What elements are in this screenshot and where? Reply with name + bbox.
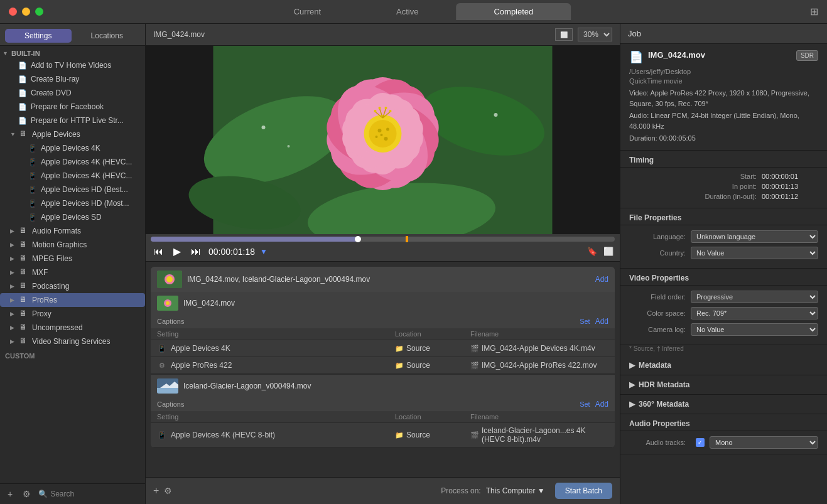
country-select[interactable]: No Value xyxy=(691,247,818,259)
sidebar-item-uncompressed[interactable]: ▶ 🖥 Uncompressed xyxy=(0,321,145,335)
search-field[interactable]: 🔍 Search xyxy=(38,490,140,498)
sidebar-tab-locations[interactable]: Locations xyxy=(74,29,141,43)
sidebar-item-video-sharing[interactable]: ▶ 🖥 Video Sharing Services xyxy=(0,335,145,348)
right-panel-title: Job xyxy=(628,29,641,38)
zoom-select[interactable]: 30% xyxy=(578,28,612,41)
timing-start-row: Start: 00:00:00:01 xyxy=(629,173,818,180)
add-preset-button[interactable]: + xyxy=(5,488,15,500)
file-icon: 📄 xyxy=(18,88,28,98)
camera-log-select[interactable]: No Value xyxy=(691,323,818,336)
sidebar-item-add-to-tv[interactable]: 📄 Add to TV Home Videos xyxy=(0,58,145,72)
file-info-section: 📄 IMG_0424.mov SDR /Users/jeffy/Desktop … xyxy=(620,44,827,151)
sidebar-item-apple-devices[interactable]: ▼ 🖥 Apple Devices xyxy=(0,127,145,141)
tab-current[interactable]: Current xyxy=(256,3,359,20)
sidebar-item-prores[interactable]: ▶ 🖥 ProRes xyxy=(0,293,145,307)
captions-set-button[interactable]: Set xyxy=(580,318,590,325)
add-job-icon[interactable]: + xyxy=(153,485,159,496)
group-icon: 🖥 xyxy=(19,129,29,139)
folder-icon: 📁 xyxy=(395,345,404,353)
sidebar-item-apple-hd-best[interactable]: 📱 Apple Devices HD (Best... xyxy=(0,183,145,196)
sidebar-item-facebook[interactable]: 📄 Prepare for Facebook xyxy=(0,100,145,114)
tab-active[interactable]: Active xyxy=(359,3,456,20)
device-icon: 📱 xyxy=(28,157,38,167)
col-headers-2: Setting Location Filename xyxy=(151,411,615,423)
hdr-metadata-header: ▶ HDR Metadata xyxy=(629,380,818,389)
fast-forward-button[interactable]: ⏭ xyxy=(188,245,203,259)
tab-completed[interactable]: Completed xyxy=(456,3,571,20)
group-icon: 🖥 xyxy=(19,226,29,236)
color-space-select[interactable]: Rec. 709* xyxy=(691,307,818,319)
sidebar-item-apple-4k[interactable]: 📱 Apple Devices 4K xyxy=(0,141,145,155)
sidebar-item-motion-graphics[interactable]: ▶ 🖥 Motion Graphics xyxy=(0,238,145,252)
file-props-section: Language: Unknown language Country: No V… xyxy=(620,225,827,269)
center-content: IMG_0424.mov ⬜ 30% xyxy=(146,24,620,504)
aspect-ratio-button[interactable]: ⬜ xyxy=(555,28,573,41)
rewind-button[interactable]: ⏮ xyxy=(151,245,166,259)
sidebar-item-bluray[interactable]: 📄 Create Blu-ray xyxy=(0,72,145,86)
timecode-dropdown-icon[interactable]: ▼ xyxy=(260,247,268,256)
settings-gear-button[interactable]: ⚙ xyxy=(20,488,33,500)
job-group-name: IMG_0424.mov, Iceland-Glacier-Lagoon_v00… xyxy=(187,275,590,284)
audio-tracks-checkbox[interactable]: ✓ xyxy=(696,438,705,447)
builtin-section-header[interactable]: ▼ BUILT-IN xyxy=(0,48,145,58)
timecode-display: 00:00:01:18 xyxy=(208,247,255,257)
sidebar-item-http-live[interactable]: 📄 Prepare for HTTP Live Str... xyxy=(0,114,145,127)
chevron-down-icon: ▼ xyxy=(3,50,11,56)
svg-point-37 xyxy=(389,110,392,112)
start-batch-button[interactable]: Start Batch xyxy=(555,483,612,499)
hdr-metadata-section[interactable]: ▶ HDR Metadata xyxy=(620,375,827,395)
timing-start-label: Start: xyxy=(740,173,757,180)
sidebar-item-podcasting[interactable]: ▶ 🖥 Podcasting xyxy=(0,279,145,293)
job-group-header[interactable]: IMG_0424.mov, Iceland-Glacier-Lagoon_v00… xyxy=(151,267,615,292)
file-doc-icon: 📄 xyxy=(629,50,643,64)
output-row-1b[interactable]: ⚙ Apple ProRes 422 📁 Source 🎬 IMG_0424-A… xyxy=(151,357,615,374)
output-row-1a[interactable]: 📱 Apple Devices 4K 📁 Source 🎬 IMG_0424-A… xyxy=(151,340,615,357)
360-metadata-section[interactable]: ▶ 360° Metadata xyxy=(620,395,827,414)
360-metadata-label: 360° Metadata xyxy=(639,400,689,409)
sidebar-item-label: Podcasting xyxy=(32,282,69,291)
sidebar: Settings Locations ▼ BUILT-IN 📄 Add to T… xyxy=(0,24,146,504)
scrubber-thumb[interactable] xyxy=(355,236,361,242)
minimize-button[interactable] xyxy=(22,8,30,16)
job-group-add-button[interactable]: Add xyxy=(595,275,608,284)
display-settings-button[interactable]: ⬜ xyxy=(602,245,615,257)
sidebar-item-apple-4k-hevc2[interactable]: 📱 Apple Devices 4K (HEVC... xyxy=(0,169,145,183)
sidebar-item-apple-sd[interactable]: 📱 Apple Devices SD xyxy=(0,210,145,224)
sidebar-item-mxf[interactable]: ▶ 🖥 MXF xyxy=(0,265,145,279)
svg-point-5 xyxy=(262,126,266,129)
settings-button[interactable]: ⚙ xyxy=(164,486,172,496)
sidebar-item-mpeg[interactable]: ▶ 🖥 MPEG Files xyxy=(0,252,145,265)
video-controls-right: ⬜ 30% xyxy=(555,28,612,41)
scrubber-track[interactable] xyxy=(151,237,615,242)
col-setting-header: Setting xyxy=(157,413,395,421)
device-icon: 📱 xyxy=(28,171,38,181)
field-order-select[interactable]: Progressive xyxy=(691,291,818,303)
metadata-section[interactable]: ▶ Metadata xyxy=(620,356,827,375)
maximize-button[interactable] xyxy=(35,8,43,16)
chevron-right-icon: ▶ xyxy=(10,255,19,262)
output-filename: 🎬 IMG_0424-Apple Devices 4K.m4v xyxy=(470,344,608,353)
sidebar-item-dvd[interactable]: 📄 Create DVD xyxy=(0,86,145,100)
sidebar-item-apple-4k-hevc1[interactable]: 📱 Apple Devices 4K (HEVC... xyxy=(0,155,145,169)
grid-icon[interactable]: ⊞ xyxy=(810,6,818,18)
bookmark-button[interactable]: 🔖 xyxy=(586,245,598,257)
output-row-2a[interactable]: 📱 Apple Devices 4K (HEVC 8-bit) 📁 Source… xyxy=(151,423,615,448)
captions-add-button[interactable]: Add xyxy=(595,317,608,326)
close-button[interactable] xyxy=(9,8,17,16)
sidebar-item-audio-formats[interactable]: ▶ 🖥 Audio Formats xyxy=(0,224,145,238)
audio-tracks-select[interactable]: Mono xyxy=(710,436,818,449)
process-computer-select[interactable]: This Computer ▼ xyxy=(486,486,545,495)
builtin-label: BUILT-IN xyxy=(11,50,40,57)
captions-add-button[interactable]: Add xyxy=(595,400,608,409)
sidebar-item-apple-hd-most[interactable]: 📱 Apple Devices HD (Most... xyxy=(0,196,145,210)
file-info-audio: Audio: Linear PCM, 24-bit Integer (Littl… xyxy=(629,110,818,131)
sidebar-item-proxy[interactable]: ▶ 🖥 Proxy xyxy=(0,307,145,321)
sidebar-tab-settings[interactable]: Settings xyxy=(5,29,72,43)
language-select[interactable]: Unknown language xyxy=(691,230,818,243)
device-icon: 📱 xyxy=(28,143,38,153)
group-icon: 🖥 xyxy=(19,323,29,333)
file-icon: 📄 xyxy=(18,60,28,70)
captions-set-button[interactable]: Set xyxy=(580,400,590,408)
captions-label: Captions xyxy=(157,400,580,408)
play-button[interactable]: ▶ xyxy=(171,244,183,259)
